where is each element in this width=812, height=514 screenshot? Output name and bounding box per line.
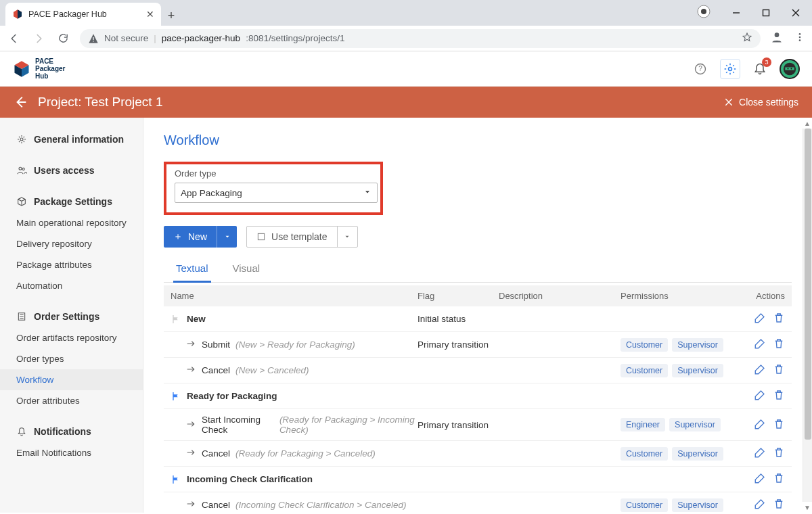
sidebar-item-order-types[interactable]: Order types: [0, 348, 143, 369]
flag-icon: [171, 474, 181, 485]
permission-pill[interactable]: Customer: [621, 364, 668, 377]
permission-pill[interactable]: Engineer: [621, 418, 665, 431]
edit-button[interactable]: [754, 312, 766, 326]
transition-path: (Ready for Packaging > Canceled): [235, 448, 376, 459]
sidebar-item-general[interactable]: General information: [0, 128, 143, 150]
order-type-label: Order type: [175, 168, 372, 179]
delete-button[interactable]: [773, 337, 785, 352]
permission-pill[interactable]: Customer: [621, 338, 668, 352]
new-button[interactable]: ＋New: [164, 226, 237, 248]
sidebar-label: General information: [34, 134, 124, 145]
th-act: Actions: [738, 291, 785, 301]
edit-button[interactable]: [754, 337, 766, 352]
permission-pill[interactable]: Supervisor: [669, 418, 721, 431]
edit-button[interactable]: [754, 446, 766, 461]
edit-button[interactable]: [754, 498, 766, 512]
sidebar-item-automation[interactable]: Automation: [0, 275, 143, 296]
forward-button[interactable]: [31, 31, 46, 46]
sidebar-item-pkg-attrs[interactable]: Package attributes: [0, 254, 143, 275]
arrow-right-icon: [185, 419, 196, 429]
delete-button[interactable]: [773, 418, 785, 432]
order-type-select[interactable]: App Packaging: [175, 183, 378, 203]
sidebar-item-email-notif[interactable]: Email Notifications: [0, 442, 143, 463]
table-row: Start Incoming Check (Ready for Packagin…: [164, 409, 792, 441]
delete-button[interactable]: [773, 312, 785, 326]
back-button[interactable]: [7, 31, 22, 46]
notifications-button[interactable]: 3: [750, 59, 770, 79]
sidebar-item-users[interactable]: Users access: [0, 160, 143, 181]
sidebar-item-order-attrs[interactable]: Order attributes: [0, 390, 143, 411]
minimize-icon[interactable]: [732, 9, 740, 17]
close-settings-button[interactable]: Close settings: [724, 97, 798, 108]
back-to-projects-icon[interactable]: [14, 95, 28, 110]
view-tabs: Textual Visual: [164, 257, 792, 283]
svg-point-18: [791, 68, 792, 69]
close-tab-icon[interactable]: ✕: [146, 9, 154, 20]
url-path: :8081/settings/projects/1: [246, 33, 344, 43]
sidebar-item-workflow[interactable]: Workflow: [0, 369, 143, 390]
sidebar-item-delivery-repo[interactable]: Delivery repository: [0, 233, 143, 254]
template-icon: [256, 232, 266, 241]
delete-button[interactable]: [773, 446, 785, 461]
chrome-account-dot-icon[interactable]: [697, 9, 710, 20]
sidebar-heading-package[interactable]: Package Settings: [0, 191, 143, 212]
svg-rect-7: [93, 41, 93, 41]
reload-button[interactable]: [55, 31, 70, 46]
permission-pill[interactable]: Supervisor: [672, 338, 723, 352]
arrow-right-icon: [185, 498, 196, 509]
close-window-icon[interactable]: [792, 9, 800, 17]
use-template-button[interactable]: Use template: [246, 226, 357, 248]
new-button-dropdown[interactable]: [217, 226, 237, 248]
notification-badge: 3: [762, 57, 771, 67]
app-logo[interactable]: PACEPackagerHub: [12, 57, 65, 80]
status-name: Ready for Packaging: [187, 391, 277, 401]
workflow-toolbar: ＋New Use template: [164, 226, 792, 248]
maximize-icon[interactable]: [762, 9, 770, 17]
browser-tab[interactable]: PACE Packager Hub ✕: [5, 3, 161, 26]
permission-pill[interactable]: Customer: [621, 447, 668, 461]
sidebar-item-order-artifacts[interactable]: Order artifacts repository: [0, 327, 143, 348]
edit-button[interactable]: [754, 389, 766, 403]
delete-button[interactable]: [773, 472, 785, 486]
settings-button[interactable]: [720, 59, 740, 79]
edit-button[interactable]: [754, 472, 766, 486]
sidebar-label: Users access: [34, 165, 95, 176]
new-button-label: New: [188, 231, 207, 242]
sidebar-heading-order[interactable]: Order Settings: [0, 306, 143, 327]
scrollbar[interactable]: ▲ ▼: [803, 118, 812, 513]
use-template-dropdown[interactable]: [337, 227, 357, 247]
edit-button[interactable]: [754, 418, 766, 432]
svg-point-8: [775, 32, 780, 37]
sidebar-label: Notifications: [34, 426, 91, 437]
svg-point-14: [729, 67, 732, 70]
permission-pill[interactable]: Supervisor: [672, 364, 723, 377]
scroll-thumb[interactable]: [805, 128, 811, 440]
sidebar-heading-notif[interactable]: Notifications: [0, 421, 143, 442]
avatar-ninja-icon: [783, 62, 796, 76]
new-tab-button[interactable]: +: [161, 5, 181, 26]
avatar[interactable]: [780, 59, 800, 79]
edit-button[interactable]: [754, 363, 766, 377]
logo-text-1: PACE: [35, 57, 65, 65]
flag-icon: [171, 391, 181, 402]
svg-point-10: [799, 36, 801, 38]
permission-pill[interactable]: Supervisor: [672, 498, 723, 512]
permission-pill[interactable]: Supervisor: [672, 447, 723, 461]
profile-icon[interactable]: [770, 30, 784, 47]
tab-visual[interactable]: Visual: [230, 257, 263, 282]
kebab-menu-icon[interactable]: [794, 32, 805, 45]
url-field[interactable]: Not secure | pace-packager-hub:8081/sett…: [80, 29, 761, 48]
scroll-up-icon[interactable]: ▲: [803, 118, 812, 128]
transition-path: (Incoming Check Clarification > Canceled…: [235, 500, 407, 510]
th-desc: Description: [499, 291, 621, 301]
delete-button[interactable]: [773, 389, 785, 403]
tab-textual[interactable]: Textual: [173, 257, 211, 283]
delete-button[interactable]: [773, 363, 785, 377]
sidebar-item-main-repo[interactable]: Main operational repository: [0, 212, 143, 233]
table-row: Ready for Packaging: [164, 383, 792, 409]
star-icon[interactable]: [742, 32, 752, 45]
permission-pill[interactable]: Customer: [621, 498, 668, 512]
help-button[interactable]: ?: [690, 59, 710, 79]
delete-button[interactable]: [773, 498, 785, 512]
scroll-down-icon[interactable]: ▼: [803, 502, 812, 513]
